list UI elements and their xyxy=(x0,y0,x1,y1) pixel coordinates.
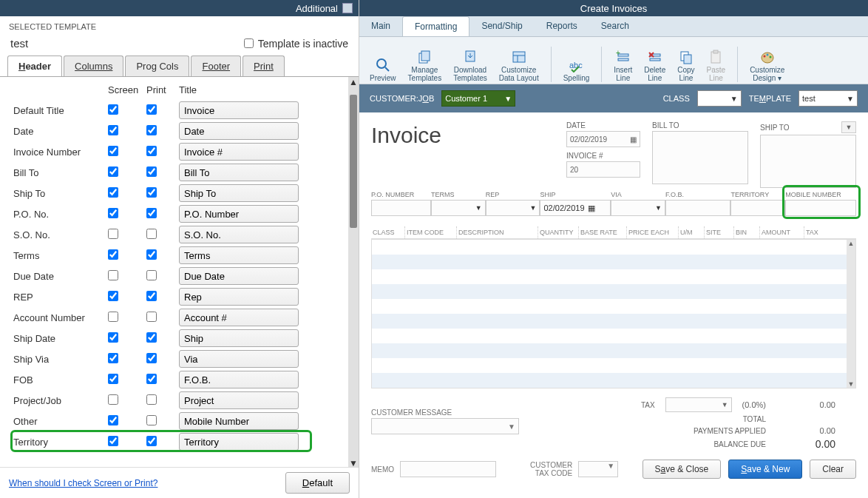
title-input[interactable] xyxy=(179,329,299,347)
taxcode-combo[interactable]: ▼ xyxy=(578,461,618,477)
tab-print[interactable]: Print xyxy=(243,55,285,76)
tab-prog-cols[interactable]: Prog Cols xyxy=(125,55,189,76)
title-input[interactable] xyxy=(179,309,299,326)
ribbon-tab-main[interactable]: Main xyxy=(359,16,402,36)
print-checkbox[interactable] xyxy=(146,270,157,280)
window-control-icon[interactable] xyxy=(342,3,353,13)
title-input[interactable] xyxy=(179,101,299,119)
rep-combo[interactable]: ▼ xyxy=(486,200,540,216)
print-checkbox[interactable] xyxy=(146,125,157,135)
ribbon-spelling[interactable]: abcSpelling xyxy=(560,58,593,82)
print-checkbox[interactable] xyxy=(146,229,157,239)
print-checkbox[interactable] xyxy=(146,104,157,115)
print-checkbox[interactable] xyxy=(146,332,157,343)
territory-input[interactable] xyxy=(730,200,785,216)
header-row: Ship To xyxy=(13,183,342,203)
screen-checkbox[interactable] xyxy=(108,353,118,363)
screen-checkbox[interactable] xyxy=(108,270,118,280)
clear-button[interactable]: Clear xyxy=(810,460,856,479)
invoice-no-input[interactable]: 20 xyxy=(566,161,640,178)
via-combo[interactable]: ▼ xyxy=(611,200,665,216)
tab-columns[interactable]: Columns xyxy=(64,55,123,76)
tab-footer[interactable]: Footer xyxy=(191,55,241,76)
ribbon-download-templates[interactable]: DownloadTemplates xyxy=(450,50,490,82)
left-scrollbar[interactable]: ▲▼ xyxy=(348,77,359,467)
screen-checkbox[interactable] xyxy=(108,208,118,218)
help-link[interactable]: When should I check Screen or Print? xyxy=(9,478,157,488)
ribbon-copy-line[interactable]: CopyLine xyxy=(674,50,697,82)
screen-checkbox[interactable] xyxy=(108,166,118,177)
shipto-dropdown[interactable]: ▼ xyxy=(841,121,856,133)
print-checkbox[interactable] xyxy=(146,374,157,384)
screen-checkbox[interactable] xyxy=(108,104,118,115)
title-input[interactable] xyxy=(179,164,299,181)
screen-checkbox[interactable] xyxy=(108,394,118,405)
print-checkbox[interactable] xyxy=(146,312,157,322)
print-checkbox[interactable] xyxy=(146,208,157,218)
ribbon-tab-formatting[interactable]: Formatting xyxy=(402,16,469,36)
title-input[interactable] xyxy=(179,371,299,388)
ribbon-customize-data-layout[interactable]: CustomizeData Layout xyxy=(496,50,542,82)
ribbon-tab-send[interactable]: Send/Ship xyxy=(469,16,534,36)
title-input[interactable] xyxy=(179,391,299,409)
ribbon-preview[interactable]: Preview xyxy=(367,58,399,82)
fob-input[interactable] xyxy=(665,200,730,216)
print-checkbox[interactable] xyxy=(146,415,157,425)
ship-date-input[interactable]: 02/02/2019▦ xyxy=(540,200,611,216)
ribbon-customize-design[interactable]: CustomizeDesign ▾ xyxy=(747,50,787,82)
print-checkbox[interactable] xyxy=(146,187,157,198)
screen-checkbox[interactable] xyxy=(108,125,118,135)
line-item-grid[interactable]: ▲▼ xyxy=(371,239,856,388)
grid-scrollbar[interactable]: ▲▼ xyxy=(847,240,855,388)
title-input[interactable] xyxy=(179,205,299,223)
screen-checkbox[interactable] xyxy=(108,436,118,446)
title-input[interactable] xyxy=(179,433,299,451)
screen-checkbox[interactable] xyxy=(108,291,118,301)
title-input[interactable] xyxy=(179,143,299,161)
billto-box[interactable] xyxy=(652,131,748,184)
screen-checkbox[interactable] xyxy=(108,415,118,425)
tab-header[interactable]: Header xyxy=(7,55,62,76)
ribbon-tab-reports[interactable]: Reports xyxy=(535,16,589,36)
screen-checkbox[interactable] xyxy=(108,332,118,343)
default-button[interactable]: Default xyxy=(285,472,350,494)
print-checkbox[interactable] xyxy=(146,249,157,260)
ribbon-tab-search[interactable]: Search xyxy=(589,16,641,36)
screen-checkbox[interactable] xyxy=(108,249,118,260)
template-combo[interactable]: test▼ xyxy=(799,90,858,107)
po-input[interactable] xyxy=(371,200,431,216)
title-input[interactable] xyxy=(179,288,299,306)
terms-combo[interactable]: ▼ xyxy=(431,200,486,216)
screen-checkbox[interactable] xyxy=(108,374,118,384)
title-input[interactable] xyxy=(179,246,299,264)
customer-message-combo[interactable]: ▼ xyxy=(371,418,519,434)
print-checkbox[interactable] xyxy=(146,166,157,177)
ribbon-manage-templates[interactable]: ManageTemplates xyxy=(405,50,445,82)
title-input[interactable] xyxy=(179,184,299,202)
print-checkbox[interactable] xyxy=(146,353,157,363)
screen-checkbox[interactable] xyxy=(108,312,118,322)
ribbon-insert-line[interactable]: +InsertLine xyxy=(611,50,635,82)
title-input[interactable] xyxy=(179,267,299,285)
title-input[interactable] xyxy=(179,350,299,368)
print-checkbox[interactable] xyxy=(146,146,157,156)
title-input[interactable] xyxy=(179,412,299,430)
template-inactive-checkbox[interactable] xyxy=(244,38,254,48)
date-input[interactable]: 02/02/2019▦ xyxy=(566,131,640,147)
title-input[interactable] xyxy=(179,122,299,140)
save-close-button[interactable]: Save & Close xyxy=(642,460,722,479)
memo-input[interactable] xyxy=(400,461,496,477)
print-checkbox[interactable] xyxy=(146,394,157,405)
screen-checkbox[interactable] xyxy=(108,187,118,198)
class-combo[interactable]: ▼ xyxy=(697,90,742,107)
ribbon-delete-line[interactable]: DeleteLine xyxy=(641,50,668,82)
save-new-button[interactable]: Save & New xyxy=(728,460,802,479)
title-input[interactable] xyxy=(179,226,299,243)
customer-job-combo[interactable]: Customer 1▼ xyxy=(441,90,515,107)
shipto-box[interactable] xyxy=(760,135,856,188)
screen-checkbox[interactable] xyxy=(108,146,118,156)
print-checkbox[interactable] xyxy=(146,291,157,301)
screen-checkbox[interactable] xyxy=(108,229,118,239)
tax-combo[interactable]: ▼ xyxy=(665,397,732,412)
print-checkbox[interactable] xyxy=(146,436,157,446)
